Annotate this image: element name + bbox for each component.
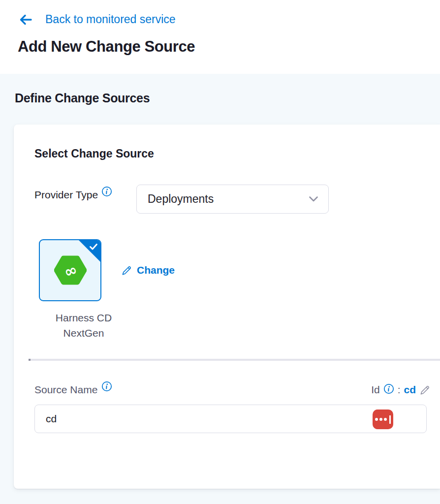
provider-type-selected-value: Deployments bbox=[148, 192, 309, 206]
card-title: Select Change Source bbox=[34, 147, 154, 160]
id-label: Id bbox=[371, 384, 380, 396]
check-icon bbox=[89, 242, 98, 251]
h-scrollbar-thumb[interactable] bbox=[29, 359, 31, 361]
back-arrow-icon[interactable] bbox=[19, 14, 32, 26]
id-value: cd bbox=[404, 384, 416, 396]
back-link[interactable]: Back to monitored service bbox=[19, 13, 176, 26]
page-title: Add New Change Source bbox=[18, 38, 195, 56]
change-link-label[interactable]: Change bbox=[137, 264, 175, 276]
provider-type-label-text: Provider Type bbox=[34, 189, 98, 201]
source-name-input[interactable] bbox=[35, 405, 426, 433]
info-icon[interactable] bbox=[101, 381, 112, 396]
back-link-label[interactable]: Back to monitored service bbox=[45, 13, 176, 26]
section-title: Define Change Sources bbox=[15, 91, 150, 105]
add-change-source-page: Back to monitored service Add New Change… bbox=[0, 0, 440, 504]
provider-type-label: Provider Type bbox=[34, 189, 112, 201]
provider-name-line1: Harness CD bbox=[31, 310, 137, 325]
source-name-input-wrap bbox=[34, 405, 427, 433]
password-manager-icon[interactable] bbox=[373, 410, 393, 429]
info-icon[interactable] bbox=[383, 383, 394, 394]
provider-type-select[interactable]: Deployments bbox=[136, 185, 329, 214]
content-area: Define Change Sources Select Change Sour… bbox=[0, 74, 440, 504]
edit-id-pencil-icon[interactable] bbox=[419, 384, 431, 396]
source-name-label-text: Source Name bbox=[34, 384, 97, 396]
identifier-group: Id : cd bbox=[371, 384, 431, 396]
pw-dot bbox=[384, 418, 387, 421]
edit-pencil-icon[interactable] bbox=[121, 265, 132, 276]
provider-name: Harness CD NextGen bbox=[31, 310, 137, 341]
id-separator: : bbox=[398, 384, 401, 396]
chevron-down-icon[interactable] bbox=[309, 196, 318, 202]
provider-name-line2: NextGen bbox=[31, 325, 137, 341]
pw-dot bbox=[379, 418, 382, 421]
page-header: Back to monitored service Add New Change… bbox=[0, 0, 440, 74]
section-divider bbox=[29, 359, 440, 361]
provider-tile-harness-cd-nextgen[interactable]: ∞ bbox=[39, 239, 101, 301]
pw-caret bbox=[389, 415, 391, 424]
source-name-label: Source Name bbox=[34, 384, 112, 396]
change-source-card: Select Change Source Provider Type Deplo… bbox=[14, 125, 440, 489]
pw-dot bbox=[375, 418, 378, 421]
info-icon[interactable] bbox=[101, 186, 112, 197]
change-provider-link[interactable]: Change bbox=[121, 264, 175, 276]
